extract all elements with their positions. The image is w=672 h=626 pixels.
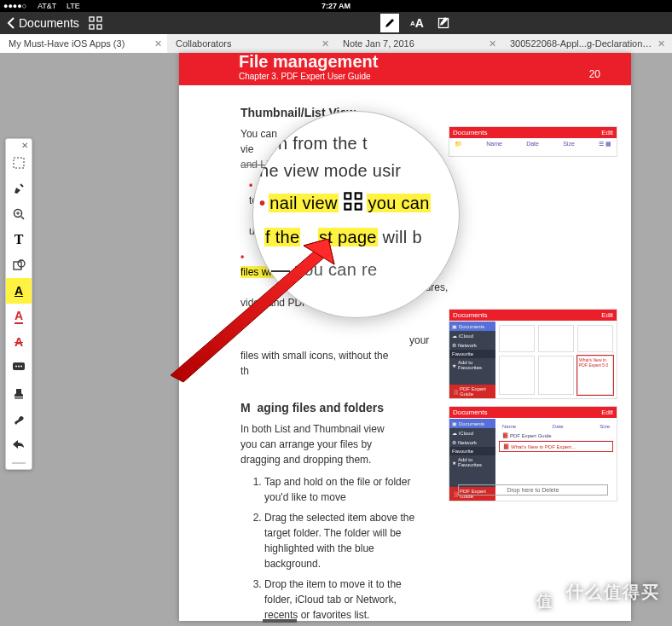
text-tool[interactable]: T [6,227,32,252]
thumb-edit: Edit [601,409,613,416]
palette-resize-handle[interactable] [6,457,32,469]
underline-tool[interactable]: A [6,304,32,329]
pencil-icon [384,17,396,29]
list-item: Drop the item to move it to the folder, … [264,577,435,623]
signal-dots: ●●●●○ [3,0,26,12]
back-button[interactable]: Documents [7,12,79,34]
svg-point-12 [20,366,22,368]
status-bar: ●●●●○ AT&T LTE 7:27 AM [0,0,672,12]
svg-rect-2 [90,25,94,29]
clock-label: 7:27 AM [322,0,350,12]
highlight-icon: A [14,284,23,298]
thumb-edit: Edit [601,311,613,319]
grid-icon [89,16,102,30]
edit-mode-button[interactable] [380,14,399,32]
svg-point-11 [18,366,20,368]
magnified-text: n from the t [259,130,453,157]
thumb-title: Documents [453,409,487,416]
comment-icon [12,362,26,374]
highlight-tool[interactable]: A [6,278,32,304]
page-indicator [263,619,297,623]
watermark-icon: 值 [529,585,561,617]
text-icon: T [14,232,24,247]
pen-icon [12,182,26,195]
annotation-palette: ✕ T A A A [5,138,32,470]
svg-rect-15 [355,193,361,199]
shape-icon [12,258,26,272]
text-size-icon-large: A [415,16,424,30]
svg-rect-1 [97,17,101,21]
svg-rect-3 [97,25,101,29]
tab-4[interactable]: 300522068-Appl...g-Declarations-1✕ [501,34,670,53]
svg-rect-13 [14,397,23,399]
tab-1[interactable]: My Must-Have iOS Apps (3)✕ [0,34,168,53]
strikethrough-tool[interactable]: A [6,329,32,355]
text-style-button[interactable]: AA [408,14,426,32]
svg-point-10 [15,366,17,368]
brush-icon [12,412,26,426]
magnified-text: vou can re [259,256,453,283]
list-item: Drag the selected item above the target … [264,510,435,571]
stamp-icon [12,386,26,400]
tab-label: 300522068-Appl...g-Declarations-1 [510,34,653,53]
tab-label: My Must-Have iOS Apps (3) [9,34,150,53]
network-label: LTE [67,0,80,12]
underline-icon: A [14,309,23,324]
select-rect-tool[interactable] [6,150,32,176]
tab-label: Note Jan 7, 2016 [343,34,484,53]
magnified-text: f thexxst page will b [259,223,453,251]
page-number: 20 [589,68,600,80]
magnified-text: he view mode usir [259,157,453,184]
back-label: Documents [19,16,79,30]
brush-tool[interactable] [6,406,32,432]
magnified-text: •nail view you can [259,189,453,218]
tab-close-button[interactable]: ✕ [658,34,665,53]
palette-close-button[interactable]: ✕ [6,139,32,150]
grid-icon [344,192,362,211]
tab-close-button[interactable]: ✕ [322,34,329,53]
chapter-label: Chapter 3. PDF Expert User Guide [239,72,371,81]
section-heading: Mxaging files and folders [240,401,428,414]
svg-rect-14 [345,193,350,199]
stamp-tool[interactable] [6,380,32,406]
tab-strip: My Must-Have iOS Apps (3)✕ Collaborators… [0,34,672,53]
compose-icon [437,16,451,30]
paragraph: In both List and Thumbnail view you can … [240,421,403,467]
tab-close-button[interactable]: ✕ [154,34,162,53]
list-item: Tap and hold on the file or folder you'd… [264,474,435,505]
preview-thumbnail-gridview: DocumentsEdit ▣ Documents ☁ iCloud ⚙ Net… [449,309,617,399]
undo-icon [12,439,26,449]
compose-button[interactable] [435,14,454,32]
watermark-text: 什么值得买 [566,583,660,601]
pen-tool[interactable] [6,176,32,201]
svg-rect-17 [355,204,361,210]
magnifier-icon [12,207,26,221]
magnifier-lens: n from the t he view mode usir •nail vie… [252,111,460,318]
drop-delete-zone: Drop here to Delete [458,484,608,496]
tab-2[interactable]: Collaborators✕ [167,34,335,53]
app-toolbar: Documents AA [0,12,672,34]
strike-icon: A [14,335,23,349]
page-header: File management Chapter 3. PDF Expert Us… [179,53,631,85]
thumb-edit: Edit [601,129,613,136]
tab-3[interactable]: Note Jan 7, 2016✕ [334,34,502,53]
zoom-tool[interactable] [6,201,32,227]
tab-label: Collaborators [176,34,317,53]
carrier-label: AT&T [38,0,56,12]
svg-rect-0 [90,17,94,21]
watermark: 值什么值得买 [529,581,660,617]
shape-tool[interactable] [6,252,32,278]
view-grid-button[interactable] [89,16,102,33]
page-title: File management [239,52,378,72]
chevron-left-icon [7,17,15,29]
note-tool[interactable] [6,355,32,380]
tab-close-button[interactable]: ✕ [489,34,496,53]
undo-button[interactable] [6,432,32,457]
svg-rect-16 [345,204,350,210]
svg-rect-5 [14,158,24,168]
preview-thumbnail-listview-drag: DocumentsEdit ▣ Documents ☁ iCloud ⚙ Net… [449,406,617,501]
bullet-paragraph: • xxxxxxxxxxxxxxxxxxxxxxxxxxxxxxxxxyour … [240,317,428,379]
preview-thumbnail-listview: DocumentsEdit 📁NameDateSize☰ ▦ [449,126,617,157]
marquee-icon [12,156,26,170]
